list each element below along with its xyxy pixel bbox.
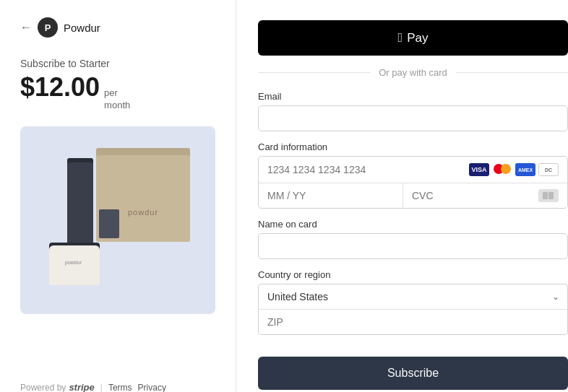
diners-icon: DC xyxy=(538,163,559,176)
name-input[interactable] xyxy=(258,233,568,259)
apple-pay-button[interactable]:  Pay xyxy=(258,20,568,56)
mastercard-icon xyxy=(492,163,512,176)
card-expiry-input[interactable] xyxy=(259,183,403,208)
card-cvc-input[interactable] xyxy=(412,190,538,201)
card-number-row: VISA AMEX DC xyxy=(259,157,567,183)
card-number-input[interactable] xyxy=(267,164,469,175)
price-row: $12.00 per month xyxy=(20,72,215,112)
email-input[interactable] xyxy=(258,105,568,131)
subscribe-label: Subscribe to Starter xyxy=(20,58,215,69)
jar-label: powdur xyxy=(65,260,82,265)
product-scene: powdur xyxy=(38,141,197,300)
name-label: Name on card xyxy=(258,219,568,230)
powered-by: Powered by stripe xyxy=(20,382,95,392)
country-select-wrapper: United States Canada United Kingdom Aust… xyxy=(258,284,568,310)
card-cvc-wrapper xyxy=(403,183,567,208)
apple-icon:  xyxy=(398,30,403,45)
divider-line-left xyxy=(258,72,370,73)
brand-name: Powdur xyxy=(64,22,100,34)
divider-line-right xyxy=(456,72,568,73)
product-jar: powdur xyxy=(49,245,100,285)
card-bottom-row xyxy=(259,183,567,208)
country-label: Country or region xyxy=(258,269,568,280)
name-group: Name on card xyxy=(258,219,568,259)
country-group: Country or region United States Canada U… xyxy=(258,269,568,335)
visa-icon: VISA xyxy=(469,163,489,176)
price-amount: $12.00 xyxy=(20,72,100,103)
left-panel: ← P Powdur Subscribe to Starter $12.00 p… xyxy=(0,0,236,392)
email-label: Email xyxy=(258,91,568,102)
svg-rect-0 xyxy=(543,192,548,199)
back-arrow[interactable]: ← xyxy=(20,21,32,34)
product-image: powdur xyxy=(20,126,215,314)
card-info-label: Card information xyxy=(258,141,568,152)
right-panel:  Pay Or pay with card Email Card inform… xyxy=(236,0,568,392)
tube-label xyxy=(99,209,119,238)
amex-icon: AMEX xyxy=(515,163,535,176)
cvc-chip-icon xyxy=(538,189,559,202)
zip-input[interactable] xyxy=(258,310,568,335)
price-period: per month xyxy=(104,87,130,112)
terms-link[interactable]: Terms xyxy=(108,383,132,393)
back-nav: ← P Powdur xyxy=(20,17,215,38)
card-info-group: Card information VISA AMEX DC xyxy=(258,141,568,209)
card-icons: VISA AMEX DC xyxy=(469,163,559,176)
privacy-link[interactable]: Privacy xyxy=(138,383,166,393)
powered-by-text: Powered by xyxy=(20,383,66,393)
apple-pay-label: Pay xyxy=(407,31,428,45)
brand-logo: P xyxy=(38,17,58,38)
stripe-logo: stripe xyxy=(69,382,94,392)
svg-rect-1 xyxy=(548,192,554,199)
subscribe-button[interactable]: Subscribe xyxy=(258,357,568,390)
divider-text: Or pay with card xyxy=(379,67,447,78)
email-group: Email xyxy=(258,91,568,131)
footer: Powered by stripe | Terms Privacy xyxy=(20,367,215,392)
card-info-box: VISA AMEX DC xyxy=(258,156,568,209)
country-select[interactable]: United States Canada United Kingdom Aust… xyxy=(258,284,568,310)
footer-divider: | xyxy=(100,383,103,393)
divider-row: Or pay with card xyxy=(258,67,568,78)
